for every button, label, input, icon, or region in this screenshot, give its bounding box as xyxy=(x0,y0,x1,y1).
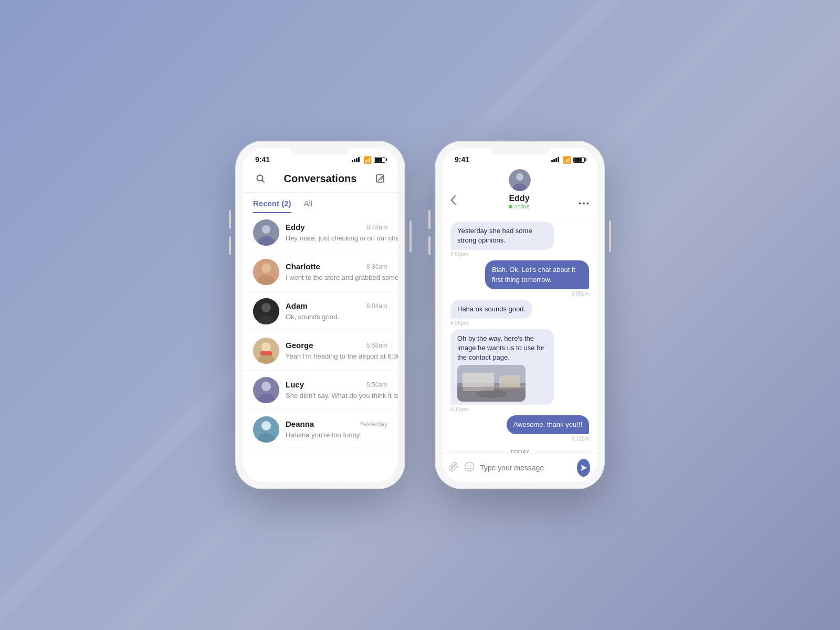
msg-wrapper-3: Haha ok sounds good. 6:06pm xyxy=(450,300,589,326)
msg-time-3: 6:06pm xyxy=(450,320,468,326)
conv-item-adam[interactable]: Adam 6:04am Ok, sounds good. xyxy=(243,292,398,331)
conv-content-lucy: Lucy 5:50am She didn't say. What do you … xyxy=(286,380,387,400)
signal-bars-left xyxy=(352,157,360,162)
chat-contact-name: Eddy xyxy=(509,194,529,203)
conversation-list: Eddy 8:48am Hey mate, just checking in o… xyxy=(243,213,398,482)
wifi-icon-right: 📶 xyxy=(563,156,571,164)
msg-bubble-5: Awesome, thank you!!! xyxy=(507,415,589,434)
phone-notch-right xyxy=(488,142,551,155)
svg-point-5 xyxy=(262,225,270,234)
conv-item-deanna[interactable]: Deanna Yesterday Hahaha you're too funny… xyxy=(243,410,398,449)
conv-msg-deanna: Hahaha you're too funny. xyxy=(286,431,361,439)
conv-content-eddy: Eddy 8:48am Hey mate, just checking in o… xyxy=(286,223,387,243)
avatar-lucy-img xyxy=(253,377,279,403)
conv-msg-eddy: Hey mate, just checking in on our chat t… xyxy=(286,234,398,242)
divider-label: TODAY xyxy=(510,449,529,453)
svg-line-3 xyxy=(378,178,380,181)
conv-name-eddy: Eddy xyxy=(286,223,305,232)
conv-msg-lucy: She didn't say. What do you think it is? xyxy=(286,392,398,400)
more-icon xyxy=(579,202,589,205)
svg-point-19 xyxy=(261,382,271,391)
divider-line-left xyxy=(450,452,505,452)
msg-time-2: 6:05pm xyxy=(572,291,589,297)
conv-item-lucy[interactable]: Lucy 5:50am She didn't say. What do you … xyxy=(243,371,398,410)
conv-content-george: George 5:58am Yeah I'm heading to the ai… xyxy=(286,341,387,361)
msg-bubble-2: Blah. Ok. Let's chat about it first thin… xyxy=(485,260,589,289)
svg-point-38 xyxy=(470,465,471,466)
conv-name-george: George xyxy=(286,341,313,350)
chat-messages-area: Yesterday she had some strong opinions. … xyxy=(442,216,597,453)
svg-point-37 xyxy=(467,465,468,466)
conv-item-eddy[interactable]: Eddy 8:48am Hey mate, just checking in o… xyxy=(243,213,398,253)
conv-top-eddy: Eddy 8:48am xyxy=(286,223,387,232)
send-button[interactable] xyxy=(577,459,590,477)
left-phone: 9:41 📶 xyxy=(236,142,404,488)
signal-bar-r2 xyxy=(553,159,555,162)
conv-item-george[interactable]: George 5:58am Yeah I'm heading to the ai… xyxy=(243,331,398,371)
status-time-right: 9:41 xyxy=(455,155,469,164)
signal-bar-3 xyxy=(356,158,358,162)
avatar-lucy xyxy=(253,377,279,403)
compose-button[interactable] xyxy=(373,171,387,186)
svg-rect-17 xyxy=(260,351,272,355)
avatar-adam xyxy=(253,298,279,324)
tabs-bar: Recent (2) All xyxy=(243,193,398,213)
conv-name-charlotte: Charlotte xyxy=(286,262,320,271)
avatar-charlotte-img xyxy=(253,259,279,285)
status-time-left: 9:41 xyxy=(255,155,270,164)
more-options-button[interactable] xyxy=(579,195,589,207)
divider-line-right xyxy=(535,452,589,452)
online-dot xyxy=(509,205,512,208)
chat-header-avatar xyxy=(509,169,531,191)
back-button[interactable] xyxy=(450,193,460,209)
conversations-header: Conversations xyxy=(243,167,398,193)
conv-msg-charlotte: I went to the store and grabbed some avo… xyxy=(286,274,398,281)
back-icon xyxy=(450,195,456,205)
msg-wrapper-5: Awesome, thank you!!! 6:12pm xyxy=(450,415,589,442)
conv-name-deanna: Deanna xyxy=(286,419,314,428)
chat-input-area xyxy=(442,453,597,482)
msg-time-1: 5:59pm xyxy=(450,251,468,257)
msg-time-4: 6:11pm xyxy=(450,406,468,412)
chat-header-center: Eddy online xyxy=(509,194,529,209)
search-icon xyxy=(256,174,265,183)
conv-content-deanna: Deanna Yesterday Hahaha you're too funny… xyxy=(286,419,387,439)
svg-point-12 xyxy=(261,303,271,312)
conv-time-adam: 6:04am xyxy=(366,302,387,310)
conv-top-adam: Adam 6:04am xyxy=(286,301,387,310)
wifi-icon-left: 📶 xyxy=(363,156,372,164)
right-phone: 9:41 📶 xyxy=(436,142,604,488)
svg-point-36 xyxy=(465,462,474,471)
svg-point-25 xyxy=(516,173,523,181)
tab-all[interactable]: All xyxy=(304,199,313,213)
emoji-button[interactable] xyxy=(464,461,475,475)
chat-avatar-svg xyxy=(509,169,531,191)
message-image xyxy=(457,365,526,402)
battery-fill-right xyxy=(574,158,582,162)
desk-image-illustration xyxy=(457,365,526,402)
signal-bars-right xyxy=(551,157,559,162)
tab-recent[interactable]: Recent (2) xyxy=(253,199,291,213)
signal-bar-r1 xyxy=(551,160,553,162)
message-input[interactable] xyxy=(480,464,572,472)
signal-bar-2 xyxy=(354,159,355,162)
battery-fill-left xyxy=(375,158,382,162)
left-phone-inner: 9:41 📶 xyxy=(243,148,398,482)
conv-top-deanna: Deanna Yesterday xyxy=(286,419,387,428)
msg-wrapper-2: Blah. Ok. Let's chat about it first thin… xyxy=(450,260,589,296)
send-icon xyxy=(580,464,588,472)
conv-top-george: George 5:58am xyxy=(286,341,387,350)
phones-container: 9:41 📶 xyxy=(236,142,604,488)
search-button[interactable] xyxy=(253,171,268,186)
battery-icon-right xyxy=(573,157,585,163)
avatar-george xyxy=(253,338,279,364)
conversations-title: Conversations xyxy=(284,173,357,185)
svg-rect-10 xyxy=(258,264,274,275)
msg-wrapper-1: Yesterday she had some strong opinions. … xyxy=(450,222,589,257)
attachment-button[interactable] xyxy=(449,461,459,475)
conv-msg-george: Yeah I'm heading to the airport at 6:30,… xyxy=(286,352,398,360)
conv-item-charlotte[interactable]: Charlotte 8:36am I went to the store and… xyxy=(243,253,398,292)
conv-msg-adam: Ok, sounds good. xyxy=(286,313,339,321)
svg-point-27 xyxy=(579,203,581,205)
emoji-icon xyxy=(464,461,475,472)
